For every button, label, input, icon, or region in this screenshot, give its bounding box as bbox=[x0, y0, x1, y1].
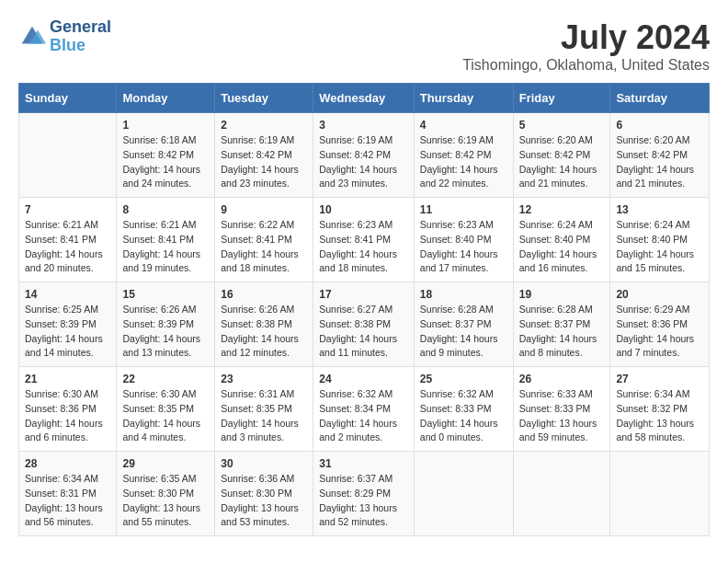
cell-content: Sunrise: 6:21 AM Sunset: 8:41 PM Dayligh… bbox=[122, 218, 209, 276]
day-number: 27 bbox=[616, 373, 703, 385]
weekday-header: Wednesday bbox=[313, 84, 415, 113]
calendar-cell: 25Sunrise: 6:32 AM Sunset: 8:33 PM Dayli… bbox=[414, 367, 513, 452]
day-number: 15 bbox=[122, 288, 209, 301]
day-number: 19 bbox=[519, 288, 605, 301]
calendar-cell: 31Sunrise: 6:37 AM Sunset: 8:29 PM Dayli… bbox=[313, 452, 415, 536]
day-number: 18 bbox=[420, 288, 507, 301]
cell-content: Sunrise: 6:35 AM Sunset: 8:30 PM Dayligh… bbox=[122, 472, 209, 530]
calendar-cell: 7Sunrise: 6:21 AM Sunset: 8:41 PM Daylig… bbox=[19, 198, 117, 282]
location-subtitle: Tishomingo, Oklahoma, United States bbox=[462, 57, 710, 74]
day-number: 22 bbox=[122, 373, 209, 385]
day-number: 8 bbox=[122, 203, 209, 216]
logo-text-line1: General bbox=[50, 18, 111, 37]
cell-content: Sunrise: 6:18 AM Sunset: 8:42 PM Dayligh… bbox=[122, 133, 209, 191]
cell-content: Sunrise: 6:19 AM Sunset: 8:42 PM Dayligh… bbox=[319, 133, 408, 191]
day-number: 9 bbox=[221, 203, 307, 216]
day-number: 24 bbox=[319, 373, 408, 385]
calendar-cell: 16Sunrise: 6:26 AM Sunset: 8:38 PM Dayli… bbox=[215, 282, 313, 367]
day-number: 6 bbox=[616, 119, 703, 132]
cell-content: Sunrise: 6:27 AM Sunset: 8:38 PM Dayligh… bbox=[319, 303, 408, 361]
day-number: 7 bbox=[25, 203, 110, 216]
calendar-cell: 14Sunrise: 6:25 AM Sunset: 8:39 PM Dayli… bbox=[19, 282, 117, 367]
day-number: 11 bbox=[420, 203, 507, 216]
cell-content: Sunrise: 6:31 AM Sunset: 8:35 PM Dayligh… bbox=[221, 387, 307, 445]
calendar-cell: 19Sunrise: 6:28 AM Sunset: 8:37 PM Dayli… bbox=[513, 282, 610, 367]
title-block: July 2024 Tishomingo, Oklahoma, United S… bbox=[462, 18, 710, 74]
calendar-cell: 17Sunrise: 6:27 AM Sunset: 8:38 PM Dayli… bbox=[313, 282, 415, 367]
day-number: 25 bbox=[420, 373, 507, 385]
cell-content: Sunrise: 6:23 AM Sunset: 8:41 PM Dayligh… bbox=[319, 218, 408, 276]
calendar-cell: 4Sunrise: 6:19 AM Sunset: 8:42 PM Daylig… bbox=[414, 113, 513, 198]
calendar-cell: 28Sunrise: 6:34 AM Sunset: 8:31 PM Dayli… bbox=[19, 452, 117, 536]
cell-content: Sunrise: 6:33 AM Sunset: 8:33 PM Dayligh… bbox=[519, 387, 605, 445]
day-number: 10 bbox=[319, 203, 408, 216]
cell-content: Sunrise: 6:30 AM Sunset: 8:35 PM Dayligh… bbox=[122, 387, 209, 445]
calendar-cell: 5Sunrise: 6:20 AM Sunset: 8:42 PM Daylig… bbox=[513, 113, 610, 198]
day-number: 21 bbox=[25, 373, 110, 385]
calendar-week-row: 7Sunrise: 6:21 AM Sunset: 8:41 PM Daylig… bbox=[19, 198, 710, 282]
weekday-header: Friday bbox=[513, 84, 610, 113]
calendar-cell: 15Sunrise: 6:26 AM Sunset: 8:39 PM Dayli… bbox=[117, 282, 215, 367]
calendar-cell: 13Sunrise: 6:24 AM Sunset: 8:40 PM Dayli… bbox=[610, 198, 710, 282]
weekday-header: Thursday bbox=[414, 84, 513, 113]
calendar-cell: 9Sunrise: 6:22 AM Sunset: 8:41 PM Daylig… bbox=[215, 198, 313, 282]
cell-content: Sunrise: 6:36 AM Sunset: 8:30 PM Dayligh… bbox=[221, 472, 307, 530]
cell-content: Sunrise: 6:22 AM Sunset: 8:41 PM Dayligh… bbox=[221, 218, 307, 276]
calendar-cell: 18Sunrise: 6:28 AM Sunset: 8:37 PM Dayli… bbox=[414, 282, 513, 367]
cell-content: Sunrise: 6:28 AM Sunset: 8:37 PM Dayligh… bbox=[420, 303, 507, 361]
day-number: 17 bbox=[319, 288, 408, 301]
calendar-cell: 24Sunrise: 6:32 AM Sunset: 8:34 PM Dayli… bbox=[313, 367, 415, 452]
day-number: 29 bbox=[122, 457, 209, 470]
cell-content: Sunrise: 6:19 AM Sunset: 8:42 PM Dayligh… bbox=[420, 133, 507, 191]
day-number: 20 bbox=[616, 288, 703, 301]
month-year-title: July 2024 bbox=[462, 18, 710, 57]
calendar-cell: 20Sunrise: 6:29 AM Sunset: 8:36 PM Dayli… bbox=[610, 282, 710, 367]
calendar-week-row: 1Sunrise: 6:18 AM Sunset: 8:42 PM Daylig… bbox=[19, 113, 710, 198]
day-number: 5 bbox=[519, 119, 605, 132]
weekday-header: Saturday bbox=[610, 84, 710, 113]
weekday-header: Monday bbox=[117, 84, 215, 113]
calendar-table: SundayMondayTuesdayWednesdayThursdayFrid… bbox=[18, 83, 710, 536]
calendar-cell bbox=[513, 452, 610, 536]
calendar-cell: 26Sunrise: 6:33 AM Sunset: 8:33 PM Dayli… bbox=[513, 367, 610, 452]
calendar-week-row: 28Sunrise: 6:34 AM Sunset: 8:31 PM Dayli… bbox=[19, 452, 710, 536]
logo: General Blue bbox=[18, 18, 111, 55]
cell-content: Sunrise: 6:24 AM Sunset: 8:40 PM Dayligh… bbox=[616, 218, 703, 276]
calendar-cell: 21Sunrise: 6:30 AM Sunset: 8:36 PM Dayli… bbox=[19, 367, 117, 452]
calendar-cell: 23Sunrise: 6:31 AM Sunset: 8:35 PM Dayli… bbox=[215, 367, 313, 452]
calendar-cell: 3Sunrise: 6:19 AM Sunset: 8:42 PM Daylig… bbox=[313, 113, 415, 198]
cell-content: Sunrise: 6:21 AM Sunset: 8:41 PM Dayligh… bbox=[25, 218, 110, 276]
calendar-cell: 12Sunrise: 6:24 AM Sunset: 8:40 PM Dayli… bbox=[513, 198, 610, 282]
weekday-header: Tuesday bbox=[215, 84, 313, 113]
calendar-cell: 27Sunrise: 6:34 AM Sunset: 8:32 PM Dayli… bbox=[610, 367, 710, 452]
day-number: 2 bbox=[221, 119, 307, 132]
calendar-cell: 29Sunrise: 6:35 AM Sunset: 8:30 PM Dayli… bbox=[117, 452, 215, 536]
day-number: 31 bbox=[319, 457, 408, 470]
cell-content: Sunrise: 6:29 AM Sunset: 8:36 PM Dayligh… bbox=[616, 303, 703, 361]
day-number: 3 bbox=[319, 119, 408, 132]
cell-content: Sunrise: 6:26 AM Sunset: 8:39 PM Dayligh… bbox=[122, 303, 209, 361]
calendar-cell bbox=[19, 113, 117, 198]
calendar-header: SundayMondayTuesdayWednesdayThursdayFrid… bbox=[19, 84, 710, 113]
day-number: 4 bbox=[420, 119, 507, 132]
calendar-cell: 22Sunrise: 6:30 AM Sunset: 8:35 PM Dayli… bbox=[117, 367, 215, 452]
day-number: 23 bbox=[221, 373, 307, 385]
calendar-cell bbox=[414, 452, 513, 536]
calendar-cell: 1Sunrise: 6:18 AM Sunset: 8:42 PM Daylig… bbox=[117, 113, 215, 198]
cell-content: Sunrise: 6:19 AM Sunset: 8:42 PM Dayligh… bbox=[221, 133, 307, 191]
day-number: 13 bbox=[616, 203, 703, 216]
page-header: General Blue July 2024 Tishomingo, Oklah… bbox=[18, 18, 710, 74]
calendar-cell: 10Sunrise: 6:23 AM Sunset: 8:41 PM Dayli… bbox=[313, 198, 415, 282]
weekday-header: Sunday bbox=[19, 84, 117, 113]
logo-icon bbox=[18, 23, 46, 51]
calendar-body: 1Sunrise: 6:18 AM Sunset: 8:42 PM Daylig… bbox=[19, 113, 710, 536]
calendar-cell: 11Sunrise: 6:23 AM Sunset: 8:40 PM Dayli… bbox=[414, 198, 513, 282]
calendar-cell: 8Sunrise: 6:21 AM Sunset: 8:41 PM Daylig… bbox=[117, 198, 215, 282]
cell-content: Sunrise: 6:20 AM Sunset: 8:42 PM Dayligh… bbox=[519, 133, 605, 191]
day-number: 30 bbox=[221, 457, 307, 470]
cell-content: Sunrise: 6:20 AM Sunset: 8:42 PM Dayligh… bbox=[616, 133, 703, 191]
calendar-cell: 2Sunrise: 6:19 AM Sunset: 8:42 PM Daylig… bbox=[215, 113, 313, 198]
day-number: 14 bbox=[25, 288, 110, 301]
cell-content: Sunrise: 6:28 AM Sunset: 8:37 PM Dayligh… bbox=[519, 303, 605, 361]
day-number: 26 bbox=[519, 373, 605, 385]
